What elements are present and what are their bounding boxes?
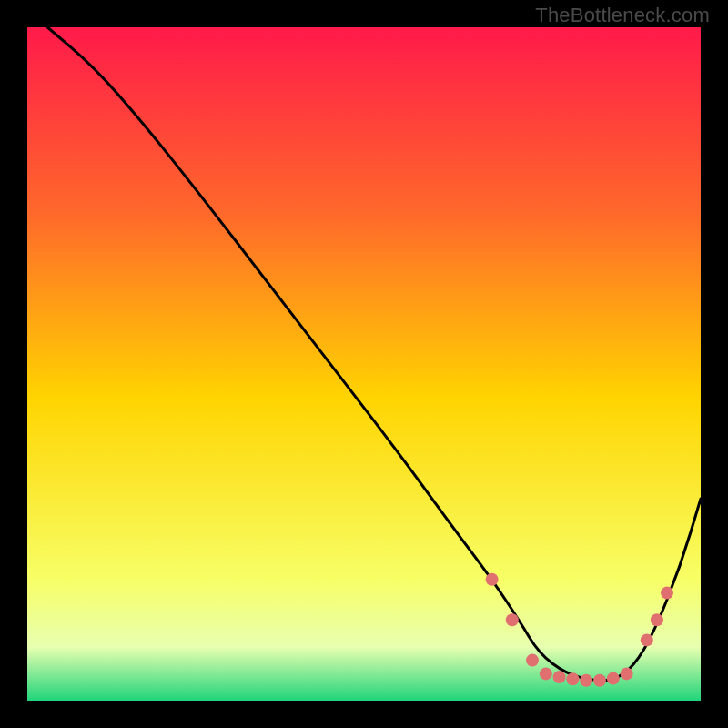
plot-area [27,27,701,701]
curve-marker-dot [486,573,499,586]
curve-marker-dot [621,667,633,680]
curve-marker-dot [566,672,579,685]
curve-marker-dot [506,613,519,626]
curve-marker-dot [580,674,592,687]
plot-frame [27,27,701,701]
chart-curve-layer [27,27,701,701]
curve-marker-dot [661,587,673,600]
curve-marker-dot [540,667,552,680]
curve-line [47,27,701,681]
curve-marker-dot [641,633,653,646]
curve-marker-dot [607,672,620,685]
curve-marker-dot [526,654,539,667]
attribution-text: TheBottleneck.com [535,4,710,27]
curve-marker-dot [553,671,566,683]
curve-marker-dot [651,613,663,626]
curve-marker-dot [593,674,606,687]
curve-markers [486,573,673,687]
